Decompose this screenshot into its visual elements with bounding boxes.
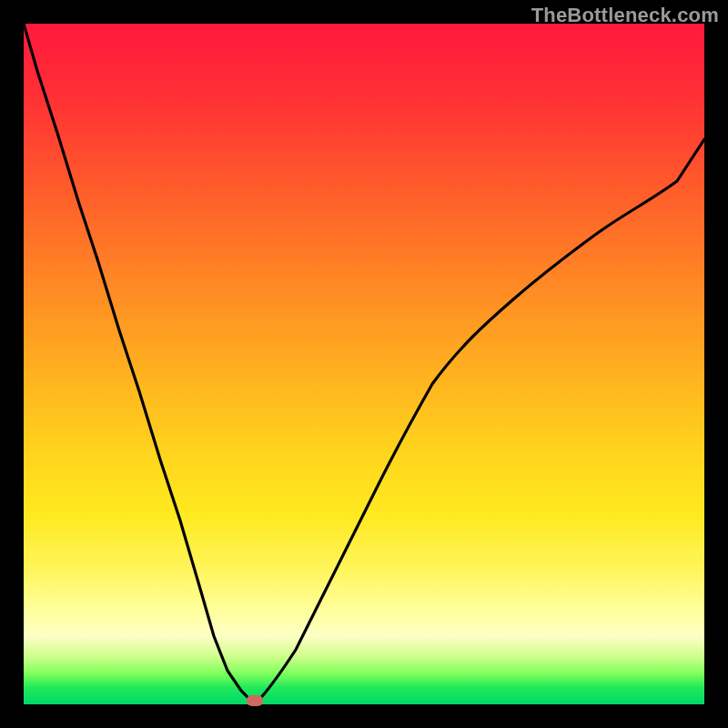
optimal-point-marker — [247, 695, 263, 706]
watermark-text: TheBottleneck.com — [531, 4, 719, 27]
bottleneck-curve — [24, 24, 704, 704]
bottleneck-curve-path — [24, 24, 704, 704]
chart-frame: TheBottleneck.com — [0, 0, 728, 728]
plot-area — [24, 24, 704, 704]
